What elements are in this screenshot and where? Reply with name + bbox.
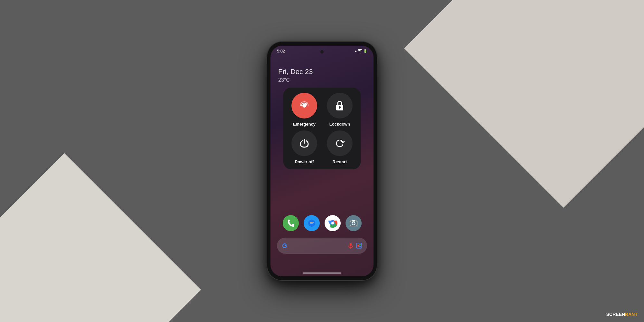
- camera-app-icon[interactable]: [346, 215, 362, 231]
- svg-point-6: [302, 104, 306, 108]
- emergency-label: Emergency: [293, 122, 316, 127]
- svg-rect-15: [350, 221, 357, 226]
- lockdown-label: Lockdown: [329, 122, 350, 127]
- date-text: Fri, Dec 23: [278, 68, 366, 76]
- wifi-icon: [358, 49, 362, 53]
- power-off-label: Power off: [295, 159, 314, 164]
- emergency-icon-circle: [291, 93, 317, 118]
- status-time: 5:02: [277, 49, 285, 53]
- power-off-button[interactable]: Power off: [289, 130, 320, 164]
- lens-icon[interactable]: [356, 243, 362, 249]
- svg-rect-18: [350, 243, 352, 246]
- app-dock: [270, 215, 374, 231]
- svg-rect-9: [339, 107, 340, 109]
- power-menu: Emergency Lockdown: [283, 88, 361, 169]
- rant-text: RANT: [625, 312, 638, 317]
- restart-label: Restart: [333, 159, 347, 164]
- messages-app-icon[interactable]: [304, 215, 320, 231]
- signal-icon: ●: [355, 49, 357, 53]
- temperature-text: 23°C: [278, 77, 366, 83]
- lockdown-button[interactable]: Lockdown: [324, 93, 355, 127]
- status-icons: ● 🔋: [355, 49, 367, 53]
- restart-icon-circle: [327, 130, 353, 156]
- phone-screen: 5:02 ● 🔋 Fri, Dec 23 23°C: [270, 46, 374, 276]
- svg-point-22: [359, 244, 361, 246]
- emergency-button[interactable]: Emergency: [289, 93, 320, 127]
- svg-point-16: [352, 222, 355, 225]
- phone-device: 5:02 ● 🔋 Fri, Dec 23 23°C: [267, 42, 377, 280]
- screen-text: SCREEN: [606, 312, 625, 317]
- power-off-icon-circle: [291, 130, 317, 156]
- phone-app-icon[interactable]: [283, 215, 299, 231]
- home-indicator: [303, 272, 341, 274]
- screenrant-watermark: SCREENRANT: [606, 312, 638, 317]
- chrome-app-icon[interactable]: [325, 215, 341, 231]
- mic-icon[interactable]: [348, 243, 354, 249]
- svg-point-23: [359, 246, 361, 248]
- lockdown-icon-circle: [327, 93, 353, 118]
- search-action-icons: [348, 243, 362, 249]
- svg-point-14: [331, 222, 334, 224]
- phone-wrapper: 5:02 ● 🔋 Fri, Dec 23 23°C: [267, 42, 377, 280]
- date-display: Fri, Dec 23 23°C: [270, 55, 374, 88]
- google-g: G: [282, 242, 287, 250]
- battery-icon: 🔋: [363, 49, 367, 53]
- search-bar[interactable]: G: [277, 238, 367, 254]
- restart-button[interactable]: Restart: [324, 130, 355, 164]
- svg-rect-17: [352, 220, 355, 222]
- camera-notch: [320, 50, 324, 53]
- svg-point-21: [357, 245, 359, 247]
